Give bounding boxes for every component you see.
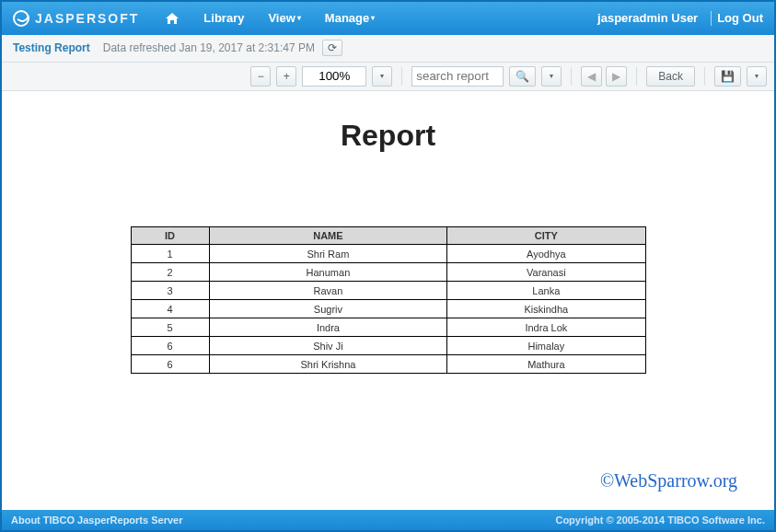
table-cell: 5: [131, 318, 209, 337]
table-cell: Himalay: [447, 337, 645, 355]
export-dropdown[interactable]: ▾: [747, 66, 767, 87]
footer: About TIBCO JasperReports Server Copyrig…: [2, 510, 774, 530]
brand-text: JASPERSOFT: [35, 11, 139, 26]
zoom-input[interactable]: [302, 66, 366, 87]
table-cell: Shiv Ji: [209, 337, 447, 355]
zoom-in-button[interactable]: +: [276, 66, 296, 87]
table-cell: Indra Lok: [447, 318, 645, 337]
divider: [401, 67, 402, 86]
table-cell: Varanasi: [447, 263, 645, 282]
plus-icon: +: [284, 70, 290, 83]
sub-bar: Testing Report Data refreshed Jan 19, 20…: [2, 35, 774, 63]
table-row: 3RavanLanka: [131, 282, 645, 300]
table-cell: Lanka: [447, 282, 645, 300]
export-button[interactable]: 💾: [714, 66, 741, 87]
table-row: 1Shri RamAyodhya: [131, 245, 645, 263]
save-icon: 💾: [721, 70, 735, 83]
table-cell: Hanuman: [209, 263, 447, 282]
nav-library[interactable]: Library: [194, 7, 253, 29]
chevron-down-icon: ▾: [380, 72, 384, 80]
table-row: 5IndraIndra Lok: [131, 318, 645, 337]
table-row: 2HanumanVaranasi: [131, 263, 645, 282]
zoom-dropdown[interactable]: ▾: [372, 66, 392, 87]
divider: [636, 67, 637, 86]
prev-page-button[interactable]: ◀: [581, 66, 602, 87]
table-cell: Ravan: [209, 282, 447, 300]
search-icon: 🔍: [515, 70, 529, 83]
refresh-button[interactable]: ⟳: [322, 40, 342, 56]
watermark: ©WebSparrow.org: [600, 470, 737, 492]
nav-manage-label: Manage: [325, 11, 369, 25]
report-canvas[interactable]: Report ID NAME CITY 1Shri RamAyodhya2Han…: [2, 91, 774, 510]
logo-icon: [13, 10, 29, 27]
table-row: 6Shri KrishnaMathura: [131, 355, 645, 374]
back-button[interactable]: Back: [646, 66, 695, 87]
separator: [711, 11, 712, 26]
table-cell: Mathura: [447, 355, 645, 374]
table-cell: 6: [131, 355, 209, 374]
refresh-icon: ⟳: [328, 41, 337, 54]
search-input[interactable]: [411, 66, 504, 87]
chevron-left-icon: ◀: [587, 70, 596, 83]
nav-library-label: Library: [203, 11, 244, 25]
table-header-row: ID NAME CITY: [131, 227, 645, 245]
next-page-button[interactable]: ▶: [606, 66, 627, 87]
back-label: Back: [658, 70, 683, 83]
nav-manage[interactable]: Manage▾: [316, 7, 384, 29]
zoom-out-button[interactable]: −: [250, 66, 271, 87]
table-cell: Sugriv: [209, 300, 447, 318]
table-cell: 2: [131, 263, 209, 282]
search-options-dropdown[interactable]: ▾: [541, 66, 562, 87]
divider: [571, 67, 572, 86]
table-cell: Shri Krishna: [209, 355, 447, 374]
refresh-timestamp: Data refreshed Jan 19, 2017 at 2:31:47 P…: [103, 41, 315, 54]
table-cell: Kiskindha: [447, 300, 645, 318]
report-page: Report ID NAME CITY 1Shri RamAyodhya2Han…: [20, 91, 757, 383]
col-id: ID: [131, 227, 209, 245]
top-navbar: JASPERSOFT Library View▾ Manage▾ jaspera…: [2, 2, 774, 35]
col-city: CITY: [447, 227, 645, 245]
minus-icon: −: [258, 70, 264, 83]
table-cell: 6: [131, 337, 209, 355]
chevron-right-icon: ▶: [612, 70, 620, 83]
home-icon: [165, 12, 180, 25]
table-cell: Ayodhya: [447, 245, 645, 263]
table-cell: 3: [131, 282, 209, 300]
home-button[interactable]: [156, 8, 189, 29]
nav-view[interactable]: View▾: [259, 7, 309, 29]
logout-link[interactable]: Log Out: [717, 11, 763, 25]
table-cell: Shri Ram: [209, 245, 447, 263]
divider: [704, 67, 705, 86]
chevron-down-icon: ▾: [371, 14, 375, 22]
about-link[interactable]: About TIBCO JasperReports Server: [11, 515, 182, 526]
table-cell: Indra: [209, 318, 447, 337]
report-title: Report: [57, 119, 720, 153]
chevron-down-icon: ▾: [550, 72, 553, 80]
copyright: Copyright © 2005-2014 TIBCO Software Inc…: [555, 515, 765, 526]
table-row: 4SugrivKiskindha: [131, 300, 645, 318]
col-name: NAME: [209, 227, 447, 245]
chevron-down-icon: ▾: [297, 14, 301, 22]
nav-view-label: View: [268, 11, 295, 25]
chevron-down-icon: ▾: [755, 72, 759, 80]
report-name: Testing Report: [13, 41, 90, 54]
table-cell: 1: [131, 245, 209, 263]
report-table: ID NAME CITY 1Shri RamAyodhya2HanumanVar…: [131, 226, 646, 374]
search-button[interactable]: 🔍: [509, 66, 536, 87]
current-user[interactable]: jasperadmin User: [597, 11, 698, 25]
table-row: 6Shiv JiHimalay: [131, 337, 645, 355]
table-cell: 4: [131, 300, 209, 318]
report-toolbar: − + ▾ 🔍 ▾ ◀ ▶ Back 💾 ▾: [2, 63, 774, 92]
